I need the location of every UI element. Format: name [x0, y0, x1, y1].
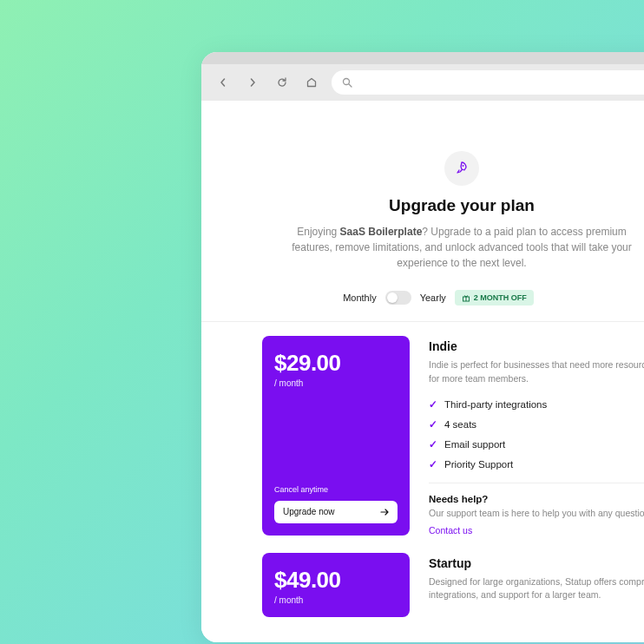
plan-name: Indie — [429, 339, 644, 353]
plan-period: / month — [274, 378, 398, 388]
chevron-right-icon — [248, 78, 257, 87]
page-content: Upgrade your plan Enjoying SaaS Boilerpl… — [201, 101, 644, 642]
reload-button[interactable] — [273, 73, 292, 92]
chevron-left-icon — [219, 78, 227, 87]
cancel-note: Cancel anytime — [274, 485, 398, 494]
page-title: Upgrade your plan — [201, 196, 644, 215]
plan-name: Startup — [429, 556, 644, 570]
plan-startup: $49.00 / month Startup Designed for larg… — [262, 553, 644, 617]
arrow-right-icon — [380, 509, 389, 516]
url-bar[interactable] — [332, 70, 644, 95]
plan-details-startup: Startup Designed for large organizations… — [429, 553, 644, 617]
plans-list: $29.00 / month Cancel anytime Upgrade no… — [201, 322, 644, 617]
plan-price: $29.00 — [274, 350, 398, 377]
help-title: Needs help? — [429, 494, 644, 504]
check-icon: ✓ — [429, 398, 437, 411]
plan-price: $49.00 — [274, 567, 398, 594]
svg-line-1 — [349, 84, 352, 87]
plan-description: Indie is perfect for businesses that nee… — [429, 358, 644, 386]
rocket-badge — [444, 151, 479, 186]
billing-toggle[interactable] — [385, 291, 411, 305]
home-icon — [306, 76, 318, 89]
search-icon — [342, 77, 352, 88]
billing-toggle-row: Monthly Yearly 2 MONTH OFF — [201, 290, 644, 322]
rocket-icon — [454, 161, 470, 176]
monthly-label: Monthly — [343, 292, 377, 303]
toggle-knob — [387, 292, 398, 303]
feature-item: ✓Third-party integrations — [429, 398, 644, 411]
browser-toolbar — [201, 64, 644, 101]
plan-period: / month — [274, 595, 398, 605]
upgrade-button[interactable]: Upgrade now — [274, 501, 398, 523]
back-button[interactable] — [214, 73, 233, 92]
check-icon: ✓ — [429, 438, 437, 450]
svg-point-0 — [344, 79, 350, 85]
price-card-startup: $49.00 / month — [262, 553, 410, 617]
feature-list: ✓Third-party integrations ✓4 seats ✓Emai… — [429, 398, 644, 470]
check-icon: ✓ — [429, 458, 437, 470]
plan-details-indie: Indie Indie is perfect for businesses th… — [429, 336, 644, 536]
feature-item: ✓Email support — [429, 438, 644, 450]
page-subtitle: Enjoying SaaS Boilerplate? Upgrade to a … — [201, 224, 644, 271]
help-text: Our support team is here to help you wit… — [429, 508, 644, 518]
check-icon: ✓ — [429, 418, 437, 430]
browser-window: Upgrade your plan Enjoying SaaS Boilerpl… — [201, 52, 644, 642]
gift-icon — [462, 293, 470, 302]
reload-icon — [276, 76, 288, 89]
feature-item: ✓4 seats — [429, 418, 644, 430]
contact-link[interactable]: Contact us — [429, 525, 644, 536]
forward-button[interactable] — [243, 73, 262, 92]
plan-description: Designed for large organizations, Statup… — [429, 575, 644, 603]
window-titlebar — [201, 52, 644, 64]
price-card-indie: $29.00 / month Cancel anytime Upgrade no… — [262, 336, 410, 536]
brand-name: SaaS Boilerplate — [340, 226, 423, 238]
yearly-label: Yearly — [420, 292, 446, 303]
feature-item: ✓Priority Support — [429, 458, 644, 470]
svg-point-2 — [463, 165, 464, 167]
home-button[interactable] — [302, 73, 321, 92]
plan-indie: $29.00 / month Cancel anytime Upgrade no… — [262, 336, 644, 536]
promo-badge: 2 MONTH OFF — [455, 290, 534, 306]
